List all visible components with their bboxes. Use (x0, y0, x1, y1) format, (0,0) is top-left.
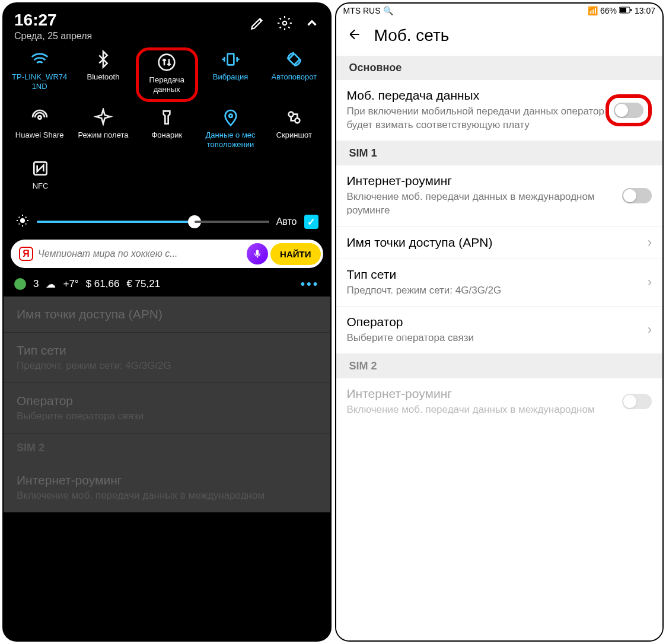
item-subtitle: Выберите оператора связи (347, 331, 648, 345)
vibration-icon (221, 50, 240, 69)
time-date-block: 16:27 Среда, 25 апреля (14, 11, 92, 42)
quick-settings-row1: TP-LINK_WR74 1ND Bluetooth Передача данн… (4, 44, 330, 102)
yandex-search-bar: Я НАЙТИ (11, 240, 323, 268)
auto-brightness-checkbox[interactable]: ✓ (304, 215, 318, 229)
svg-rect-10 (256, 250, 259, 255)
tile-location[interactable]: Данные о мес тоположении (199, 106, 262, 157)
roaming-sim1-toggle[interactable] (622, 188, 652, 203)
roaming-sim1-item[interactable]: Интернет-роуминг Включение моб. передачи… (336, 165, 663, 227)
operator-item[interactable]: Оператор Выберите оператора связи › (336, 307, 663, 354)
clock-time: 13:07 (635, 6, 655, 15)
tile-label: Автоповорот (271, 72, 317, 82)
more-icon[interactable]: ••• (300, 276, 319, 292)
roaming-sim2-toggle (622, 394, 652, 409)
gear-icon[interactable] (277, 15, 292, 33)
roaming-dimmed: Интернет-роуминг Включение моб. передачи… (4, 463, 330, 512)
tile-screenshot[interactable]: Скриншот (263, 106, 325, 157)
tile-airplane[interactable]: Режим полета (72, 106, 134, 157)
quick-settings-row2: Huawei Share Режим полета Фонарик Данные… (4, 102, 330, 157)
search-input[interactable] (33, 248, 247, 259)
brightness-control: Авто ✓ (4, 208, 330, 236)
section-sim1: SIM 1 (336, 141, 663, 165)
info-strip: 3 ☁ +7° $ 61,66 € 75,21 ••• (4, 272, 330, 297)
tile-label: NFC (33, 181, 49, 191)
apn-item[interactable]: Имя точки доступа (APN) › (336, 227, 663, 259)
apn-item-dimmed: Имя точки доступа (APN) (4, 297, 330, 333)
highlighted-toggle-box (606, 94, 652, 126)
notification-count: 3 (33, 278, 39, 290)
tile-label: Передача данных (139, 75, 195, 94)
item-title: Тип сети (347, 267, 648, 282)
tile-label: Данные о мес тоположении (205, 130, 255, 149)
mobile-data-item[interactable]: Моб. передача данных При включении мобил… (336, 80, 663, 141)
yandex-logo-icon[interactable]: Я (19, 247, 33, 261)
svg-point-7 (295, 118, 299, 123)
svg-rect-15 (630, 9, 632, 11)
eur-rate: € 75,21 (126, 278, 160, 290)
phone-right-settings: MTS RUS 🔍 📶 66% 13:07 Моб. сеть Основное… (335, 2, 664, 642)
search-icon: 🔍 (383, 6, 393, 15)
item-title: Тип сети (17, 343, 317, 358)
tile-label: Фонарик (151, 130, 182, 140)
tile-label: Вибрация (213, 72, 248, 82)
item-subtitle: Предпочт. режим сети: 4G/3G/2G (347, 284, 648, 298)
tile-auto-rotate[interactable]: Автоповорот (263, 47, 325, 102)
status-bar: MTS RUS 🔍 📶 66% 13:07 (336, 4, 663, 18)
item-title: Интернет-роуминг (17, 473, 317, 487)
item-subtitle: Включение моб. передачи данных в междуна… (347, 190, 623, 218)
signal-icon: 📶 (588, 6, 598, 15)
back-arrow-icon[interactable] (347, 27, 362, 44)
nfc-icon (31, 159, 50, 178)
rotate-icon (285, 50, 304, 69)
item-subtitle: Предпочт. режим сети: 4G/3G/2G (17, 360, 317, 372)
battery-icon (619, 6, 632, 15)
voice-search-icon[interactable] (247, 243, 268, 264)
network-type-item[interactable]: Тип сети Предпочт. режим сети: 4G/3G/2G … (336, 259, 663, 307)
tile-label: Режим полета (78, 130, 128, 140)
tile-flashlight[interactable]: Фонарик (136, 106, 198, 157)
auto-brightness-label: Авто (276, 216, 297, 227)
screenshot-icon (285, 108, 304, 127)
tile-bluetooth[interactable]: Bluetooth (72, 47, 134, 102)
item-text: Моб. передача данных При включении мобил… (347, 88, 606, 132)
item-title: Оператор (347, 315, 648, 329)
navigation-bar (4, 607, 330, 640)
svg-point-1 (159, 55, 175, 71)
item-title: Оператор (17, 394, 317, 408)
section-main: Основное (336, 56, 663, 80)
page-title: Моб. сеть (374, 26, 450, 45)
svg-point-6 (289, 112, 294, 117)
usd-rate: $ 61,66 (86, 278, 120, 290)
brightness-slider[interactable] (37, 221, 269, 223)
item-subtitle: При включении мобильной передачи данных … (347, 105, 606, 132)
item-text: Интернет-роуминг Включение моб. передачи… (347, 174, 623, 218)
temperature: +7° (63, 278, 78, 290)
chevron-up-icon[interactable] (304, 15, 320, 33)
flashlight-icon (157, 108, 176, 127)
mobile-data-toggle[interactable] (614, 103, 643, 118)
find-button[interactable]: НАЙТИ (270, 243, 320, 265)
date-label: Среда, 25 апреля (14, 31, 92, 42)
item-text: Оператор Выберите оператора связи (347, 315, 648, 345)
item-title: Имя точки доступа (APN) (17, 307, 317, 321)
tile-vibration[interactable]: Вибрация (199, 47, 262, 102)
item-title: Моб. передача данных (347, 88, 606, 103)
tile-mobile-data[interactable]: Передача данных (136, 47, 198, 102)
clock-time: 16:27 (14, 11, 92, 30)
edit-icon[interactable] (250, 15, 265, 33)
svg-rect-2 (227, 54, 234, 65)
status-dot-icon (14, 278, 26, 290)
item-text: Тип сети Предпочт. режим сети: 4G/3G/2G (347, 267, 648, 298)
carrier-label: MTS RUS (343, 6, 381, 15)
tile-huawei-share[interactable]: Huawei Share (8, 106, 71, 157)
svg-rect-14 (620, 8, 626, 12)
status-bar: 16:27 Среда, 25 апреля (4, 4, 330, 44)
location-icon (221, 108, 240, 127)
tile-nfc[interactable]: NFC (8, 157, 72, 208)
phone-left-notification-panel: 16:27 Среда, 25 апреля TP-LINK_WR74 1ND … (2, 2, 332, 642)
tile-wifi[interactable]: TP-LINK_WR74 1ND (8, 47, 71, 102)
status-right: 📶 66% 13:07 (588, 6, 655, 15)
page-header: Моб. сеть (336, 18, 663, 56)
svg-point-4 (38, 116, 41, 119)
chevron-right-icon: › (648, 322, 652, 337)
